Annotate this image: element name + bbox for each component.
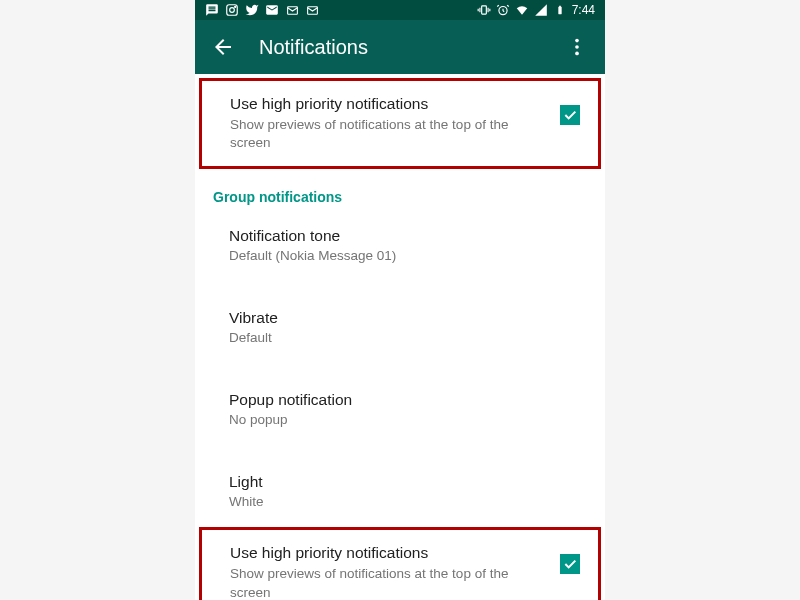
svg-rect-5 bbox=[481, 6, 486, 14]
setting-title: Use high priority notifications bbox=[230, 544, 548, 562]
signal-icon bbox=[534, 3, 548, 17]
svg-point-7 bbox=[575, 39, 579, 43]
page-title: Notifications bbox=[259, 36, 541, 59]
checkbox-checked[interactable] bbox=[560, 554, 580, 574]
notification-tone-row[interactable]: Notification tone Default (Nokia Message… bbox=[195, 213, 605, 277]
setting-title: Popup notification bbox=[229, 391, 587, 409]
vibrate-icon bbox=[477, 3, 491, 17]
twitter-icon bbox=[245, 3, 259, 17]
wifi-icon bbox=[515, 3, 529, 17]
app-bar: Notifications bbox=[195, 20, 605, 74]
setting-subtitle: White bbox=[229, 494, 587, 509]
alarm-icon bbox=[496, 3, 510, 17]
battery-icon bbox=[553, 3, 567, 17]
setting-subtitle: Default (Nokia Message 01) bbox=[229, 248, 587, 263]
setting-subtitle: No popup bbox=[229, 412, 587, 427]
high-priority-row-bottom[interactable]: Use high priority notifications Show pre… bbox=[202, 530, 598, 600]
setting-title: Light bbox=[229, 473, 587, 491]
back-arrow-icon[interactable] bbox=[211, 35, 235, 59]
setting-subtitle: Show previews of notifications at the to… bbox=[230, 565, 548, 600]
svg-point-1 bbox=[230, 8, 235, 13]
mail-icon bbox=[265, 3, 279, 17]
setting-title: Use high priority notifications bbox=[230, 95, 548, 113]
setting-subtitle: Show previews of notifications at the to… bbox=[230, 116, 548, 152]
popup-row[interactable]: Popup notification No popup bbox=[195, 377, 605, 441]
mail-icon-2 bbox=[285, 3, 299, 17]
clock-text: 7:44 bbox=[572, 3, 595, 17]
highlight-box-bottom: Use high priority notifications Show pre… bbox=[199, 527, 601, 600]
instagram-icon bbox=[225, 3, 239, 17]
highlight-box-top: Use high priority notifications Show pre… bbox=[199, 78, 601, 169]
setting-title: Vibrate bbox=[229, 309, 587, 327]
section-header-group: Group notifications bbox=[195, 173, 605, 213]
setting-title: Notification tone bbox=[229, 227, 587, 245]
vibrate-row[interactable]: Vibrate Default bbox=[195, 295, 605, 359]
svg-point-2 bbox=[235, 6, 236, 7]
setting-subtitle: Default bbox=[229, 330, 587, 345]
status-bar: 7:44 bbox=[195, 0, 605, 20]
status-icons-left bbox=[205, 3, 319, 17]
high-priority-row-top[interactable]: Use high priority notifications Show pre… bbox=[202, 81, 598, 166]
phone-frame: 7:44 Notifications Use high priority not… bbox=[195, 0, 605, 600]
svg-point-8 bbox=[575, 45, 579, 49]
light-row[interactable]: Light White bbox=[195, 459, 605, 523]
message-icon bbox=[205, 3, 219, 17]
more-options-icon[interactable] bbox=[565, 35, 589, 59]
settings-content: Use high priority notifications Show pre… bbox=[195, 78, 605, 600]
status-icons-right: 7:44 bbox=[477, 3, 595, 17]
mail-icon-3 bbox=[305, 3, 319, 17]
checkbox-checked[interactable] bbox=[560, 105, 580, 125]
svg-point-9 bbox=[575, 52, 579, 56]
